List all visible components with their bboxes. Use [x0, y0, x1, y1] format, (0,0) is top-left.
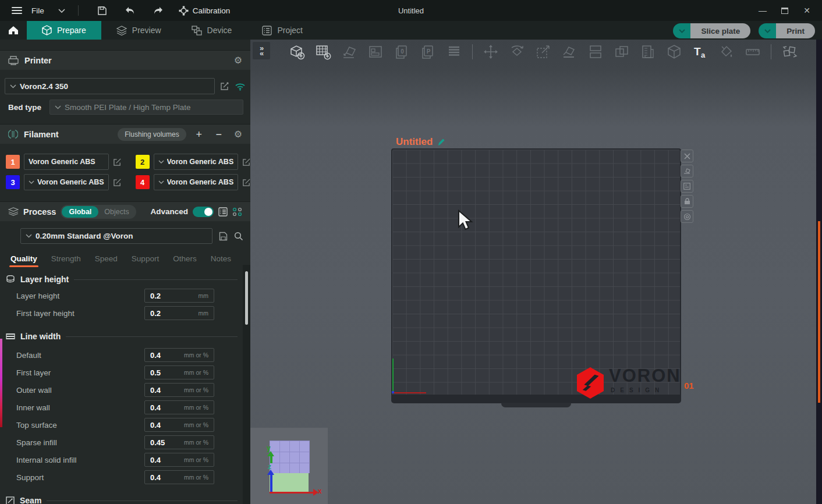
top-surface-line-width-input[interactable]: 0.4 mm or %	[144, 418, 214, 432]
arrange-icon[interactable]	[367, 44, 384, 60]
tab-notes[interactable]: Notes	[211, 254, 231, 267]
slice-options-chevron[interactable]	[673, 23, 690, 38]
assembly-view-icon[interactable]	[781, 44, 798, 60]
remove-filament-button[interactable]: −	[212, 129, 226, 140]
tab-device[interactable]: Device	[176, 21, 247, 40]
settings-scrollbar-track[interactable]	[243, 265, 250, 504]
printer-preset-dropdown[interactable]: Voron2.4 350	[5, 78, 215, 94]
tab-prepare[interactable]: Prepare	[27, 21, 101, 40]
tab-support[interactable]: Support	[132, 254, 159, 267]
auto-orient-icon[interactable]	[341, 44, 357, 60]
close-button[interactable]: ✕	[798, 3, 816, 18]
delete-all-objects-button[interactable]	[681, 150, 693, 162]
split-to-parts-icon[interactable]	[614, 44, 630, 60]
edit-filament-icon[interactable]	[242, 158, 250, 166]
first-layer-line-width-input[interactable]: 0.5 mm or %	[144, 365, 214, 379]
compare-presets-icon[interactable]	[232, 207, 242, 216]
scope-global-button[interactable]: Global	[62, 206, 98, 218]
move-tool-icon[interactable]	[483, 44, 499, 60]
filament-color-swatch[interactable]: 1	[6, 155, 20, 169]
main-menu-button[interactable]	[8, 3, 26, 17]
plate-name[interactable]: Untitled	[396, 136, 445, 148]
add-filament-button[interactable]: +	[192, 129, 206, 140]
collapse-sidebar-button[interactable]: »«	[253, 42, 270, 59]
first-layer-height-input[interactable]: 0.2 mm	[144, 306, 214, 320]
copy-objects-icon[interactable]: 0	[394, 44, 410, 60]
lock-plate-button[interactable]	[681, 195, 693, 208]
rotate-tool-icon[interactable]	[509, 44, 525, 60]
sparse-infill-line-width-input[interactable]: 0.45 mm or %	[144, 435, 214, 449]
build-plate[interactable]	[391, 148, 681, 396]
tab-project[interactable]: Project	[247, 21, 318, 40]
device-icon	[192, 26, 202, 36]
printer-settings-gear-icon[interactable]: ⚙	[234, 56, 242, 65]
flushing-volumes-button[interactable]: Flushing volumes	[118, 128, 186, 141]
wifi-connection-icon[interactable]	[235, 82, 246, 91]
default-line-width-input[interactable]: 0.4 mm or %	[144, 348, 214, 362]
minimize-button[interactable]: —	[753, 3, 772, 18]
filament-settings-gear-icon[interactable]: ⚙	[234, 130, 242, 139]
paste-objects-icon[interactable]: P	[420, 44, 436, 60]
filament-preset-dropdown[interactable]: Voron Generic ABS	[24, 174, 109, 190]
scope-objects-button[interactable]: Objects	[98, 208, 134, 216]
color-paint-icon[interactable]	[718, 44, 735, 60]
edit-printer-icon[interactable]	[220, 81, 229, 91]
filament-preset-dropdown[interactable]: Voron Generic ABS	[154, 174, 239, 190]
arrange-plate-button[interactable]	[681, 180, 693, 193]
measure-tool-icon[interactable]	[745, 44, 761, 60]
split-to-objects-icon[interactable]	[587, 44, 604, 60]
mini-overview-panel[interactable]: y z x	[250, 428, 328, 504]
hamburger-icon	[12, 7, 22, 14]
tab-others[interactable]: Others	[173, 254, 197, 267]
edit-filament-icon[interactable]	[242, 178, 250, 187]
edit-filament-icon[interactable]	[113, 178, 122, 187]
viewport-3d[interactable]: »«	[250, 40, 816, 504]
print-button[interactable]: Print	[759, 23, 815, 38]
maximize-button[interactable]	[775, 3, 794, 18]
inner-wall-line-width-input[interactable]: 0.4 mm or %	[144, 400, 214, 414]
tab-speed[interactable]: Speed	[95, 254, 118, 267]
edit-filament-icon[interactable]	[113, 158, 122, 166]
filament-slot-1: 1 Voron Generic ABS	[6, 153, 122, 171]
add-model-icon[interactable]	[289, 44, 305, 60]
outer-wall-line-width-input[interactable]: 0.4 mm or %	[144, 383, 214, 397]
search-icon[interactable]	[234, 232, 243, 241]
variable-layer-height-icon[interactable]	[640, 44, 656, 60]
parameter-table-icon[interactable]	[218, 207, 228, 216]
redo-button[interactable]	[150, 3, 167, 17]
filament-color-swatch[interactable]: 2	[136, 155, 150, 169]
filament-preset-dropdown[interactable]: Voron Generic ABS	[154, 154, 239, 170]
slice-plate-button[interactable]: Slice plate	[673, 23, 750, 38]
filament-color-swatch[interactable]: 4	[136, 175, 150, 189]
calibration-button[interactable]: Calibration	[179, 6, 231, 16]
mesh-boolean-icon[interactable]	[666, 44, 682, 60]
save-preset-icon[interactable]	[219, 232, 228, 241]
filament-color-swatch[interactable]: 3	[6, 175, 20, 189]
auto-orient-plate-button[interactable]	[681, 165, 693, 178]
plate-settings-button[interactable]	[681, 210, 693, 223]
layers-list-icon[interactable]	[446, 44, 462, 60]
file-menu[interactable]: File	[31, 6, 44, 15]
place-on-face-icon[interactable]	[561, 44, 577, 60]
svg-text:P: P	[427, 48, 431, 55]
filament-preset-dropdown[interactable]: Voron Generic ABS	[24, 154, 109, 170]
chevron-down-icon[interactable]	[58, 9, 65, 13]
layer-height-input[interactable]: 0.2 mm	[144, 289, 214, 303]
process-preset-dropdown[interactable]: 0.20mm Standard @Voron	[20, 228, 212, 244]
rename-plate-pencil-icon[interactable]	[437, 138, 445, 146]
advanced-toggle[interactable]	[193, 207, 214, 217]
tab-quality[interactable]: Quality	[10, 254, 37, 267]
add-plate-icon[interactable]	[315, 44, 331, 60]
bed-type-dropdown[interactable]: Smooth PEI Plate / High Temp Plate	[49, 100, 243, 115]
save-button[interactable]	[94, 3, 111, 17]
scale-tool-icon[interactable]	[535, 44, 551, 60]
internal-solid-infill-line-width-input[interactable]: 0.4 mm or %	[144, 453, 214, 467]
support-line-width-input[interactable]: 0.4 mm or %	[144, 470, 214, 484]
print-options-chevron[interactable]	[759, 23, 776, 38]
tab-preview[interactable]: Preview	[101, 21, 176, 40]
settings-scrollbar-thumb[interactable]	[245, 271, 248, 325]
tab-strength[interactable]: Strength	[51, 254, 81, 267]
home-button[interactable]	[0, 21, 27, 40]
text-tool-icon[interactable]: T a	[692, 44, 708, 60]
undo-button[interactable]	[122, 3, 139, 17]
